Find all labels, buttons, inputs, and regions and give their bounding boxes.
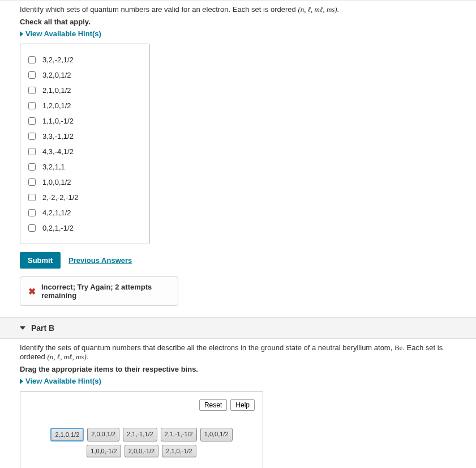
options-panel: 3,2,-2,1/2 3,2,0,1/2 2,1,0,1/2 1,2,0,1/2… (20, 44, 150, 244)
option-checkbox[interactable] (28, 56, 36, 63)
option-row[interactable]: 4,3,-4,1/2 (28, 145, 141, 158)
check-all-label: Check all that apply. (20, 18, 456, 26)
drag-instruction: Drag the appropriate items to their resp… (20, 365, 456, 373)
option-checkbox[interactable] (28, 194, 36, 201)
option-checkbox[interactable] (28, 209, 36, 216)
drag-item[interactable]: 2,1,0,-1/2 (162, 445, 196, 457)
option-row[interactable]: 2,-2,-2,-1/2 (28, 191, 141, 204)
option-label: 4,2,1,1/2 (42, 209, 71, 217)
reset-button[interactable]: Reset (199, 399, 227, 411)
option-label: 3,2,1,1 (42, 163, 65, 171)
option-row[interactable]: 1,1,0,-1/2 (28, 114, 141, 127)
option-checkbox[interactable] (28, 148, 36, 155)
option-checkbox[interactable] (28, 133, 36, 140)
option-checkbox[interactable] (28, 117, 36, 125)
submit-button[interactable]: Submit (20, 252, 61, 269)
drag-item[interactable]: 2,0,0,1/2 (87, 428, 119, 441)
option-row[interactable]: 3,2,0,1/2 (28, 69, 141, 82)
option-label: 1,0,0,1/2 (42, 178, 71, 186)
option-label: 1,1,0,-1/2 (42, 117, 74, 125)
drag-item[interactable]: 2,1,-1,1/2 (123, 428, 157, 441)
option-row[interactable]: 0,2,1,-1/2 (28, 222, 141, 235)
partb-prompt: Identify the sets of quantum numbers tha… (20, 343, 456, 361)
feedback-box: ✖ Incorrect; Try Again; 2 attempts remai… (20, 276, 178, 306)
help-button[interactable]: Help (230, 399, 255, 411)
hints-toggle-b[interactable]: View Available Hint(s) (20, 377, 456, 385)
x-icon: ✖ (28, 286, 36, 297)
option-checkbox[interactable] (28, 163, 36, 171)
option-checkbox[interactable] (28, 224, 36, 232)
option-checkbox[interactable] (28, 71, 36, 79)
triangle-right-icon (20, 378, 23, 384)
drag-drop-panel: Reset Help 2,1,0,1/2 2,0,0,1/2 2,1,-1,1/… (20, 391, 263, 468)
drag-items-area: 2,1,0,1/2 2,0,0,1/2 2,1,-1,1/2 2,1,-1,-1… (28, 428, 255, 468)
option-row[interactable]: 2,1,0,1/2 (28, 84, 141, 97)
drag-item[interactable]: 1,0,0,-1/2 (87, 445, 121, 457)
option-row[interactable]: 1,0,0,1/2 (28, 176, 141, 189)
option-checkbox[interactable] (28, 178, 36, 186)
triangle-down-icon (20, 326, 25, 330)
option-label: 3,3,-1,1/2 (42, 132, 74, 141)
feedback-text: Incorrect; Try Again; 2 attempts remaini… (41, 283, 170, 300)
drag-item[interactable]: 2,1,-1,-1/2 (161, 428, 197, 441)
hints-toggle-a[interactable]: View Available Hint(s) (20, 29, 456, 38)
option-label: 0,2,1,-1/2 (42, 224, 74, 232)
drag-item[interactable]: 2,0,0,-1/2 (125, 445, 158, 457)
partb-header[interactable]: Part B (0, 317, 476, 339)
option-label: 4,3,-4,1/2 (42, 147, 74, 156)
previous-answers-link[interactable]: Previous Answers (68, 256, 132, 265)
option-label: 2,1,0,1/2 (42, 86, 71, 95)
option-checkbox[interactable] (28, 102, 36, 109)
option-row[interactable]: 1,2,0,1/2 (28, 99, 141, 112)
option-label: 1,2,0,1/2 (42, 101, 71, 110)
parta-prompt: Identify which sets of quantum numbers a… (20, 5, 456, 14)
option-label: 3,2,0,1/2 (42, 71, 71, 79)
drag-item[interactable]: 2,1,0,1/2 (50, 428, 84, 441)
drag-item[interactable]: 1,0,0,1/2 (200, 428, 233, 441)
option-label: 3,2,-2,1/2 (42, 56, 74, 64)
option-row[interactable]: 3,2,-2,1/2 (28, 53, 141, 66)
triangle-right-icon (20, 31, 23, 37)
option-row[interactable]: 3,2,1,1 (28, 160, 141, 173)
option-row[interactable]: 4,2,1,1/2 (28, 206, 141, 219)
option-label: 2,-2,-2,-1/2 (42, 193, 79, 202)
option-row[interactable]: 3,3,-1,1/2 (28, 130, 141, 143)
option-checkbox[interactable] (28, 87, 36, 94)
